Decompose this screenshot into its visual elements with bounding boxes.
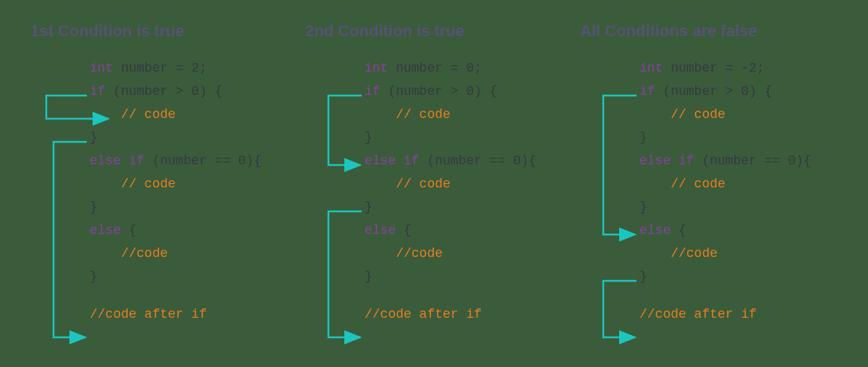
code-line: //code bbox=[639, 242, 838, 265]
code-block: int number = 0; if (number > 0) { // cod… bbox=[365, 56, 563, 326]
elseif-body-comment: // code bbox=[365, 177, 451, 191]
if-body-comment: // code bbox=[365, 107, 451, 122]
keyword-int: int bbox=[365, 61, 388, 75]
code-line: // code bbox=[639, 172, 838, 195]
code-line: if (number > 0) { bbox=[639, 80, 838, 103]
elseif-body-comment: // code bbox=[639, 177, 726, 191]
keyword-else: else bbox=[365, 223, 396, 237]
keyword-int: int bbox=[639, 61, 663, 75]
code-block: int number = 2; if (number > 0) { // cod… bbox=[90, 56, 288, 326]
if-cond: (number > 0) { bbox=[106, 84, 223, 98]
code-line: // code bbox=[90, 103, 288, 126]
decl-rest: number = 0; bbox=[388, 61, 482, 75]
keyword-elseif: else if bbox=[90, 153, 145, 168]
code-line: //code bbox=[365, 242, 563, 265]
panel-heading: 2nd Condition is true bbox=[305, 22, 563, 41]
arrow-close-to-after bbox=[328, 211, 362, 337]
keyword-elseif: else if bbox=[365, 153, 420, 168]
code-line: int number = 2; bbox=[90, 56, 288, 80]
code-line: } bbox=[365, 126, 563, 149]
else-rest: { bbox=[396, 223, 412, 237]
code-line: else if (number == 0){ bbox=[365, 149, 563, 172]
code-line: } bbox=[365, 265, 563, 288]
code-line: // code bbox=[639, 103, 838, 126]
panel-heading: 1st Condition is true bbox=[30, 22, 288, 41]
elseif-body-comment: // code bbox=[90, 177, 176, 191]
if-cond: (number > 0) { bbox=[655, 84, 773, 98]
code-line: } bbox=[90, 265, 288, 288]
panel-2nd-condition: 2nd Condition is true int number = 0; if… bbox=[297, 22, 571, 367]
decl-rest: number = 2; bbox=[113, 61, 207, 75]
code-line: } bbox=[639, 195, 838, 219]
if-body-comment: // code bbox=[639, 107, 726, 122]
else-body-comment: //code bbox=[639, 246, 718, 261]
decl-rest: number = -2; bbox=[663, 61, 764, 75]
elseif-cond: (number == 0){ bbox=[420, 153, 537, 168]
keyword-elseif: else if bbox=[639, 153, 694, 168]
code-line: int number = -2; bbox=[639, 56, 838, 80]
code-line: } bbox=[90, 126, 288, 149]
arrow-if-to-elseif bbox=[328, 96, 362, 165]
code-after: //code after if bbox=[90, 303, 288, 326]
code-line: if (number > 0) { bbox=[90, 80, 288, 103]
code-line bbox=[90, 288, 288, 303]
code-line: } bbox=[90, 195, 288, 219]
keyword-if: if bbox=[639, 84, 655, 98]
code-line: else if (number == 0){ bbox=[639, 149, 838, 172]
code-line bbox=[639, 288, 838, 303]
code-line: // code bbox=[90, 172, 288, 195]
keyword-if: if bbox=[365, 84, 380, 98]
code-line: else if (number == 0){ bbox=[90, 149, 288, 172]
code-line: } bbox=[639, 265, 838, 288]
keyword-else: else bbox=[639, 223, 671, 237]
elseif-cond: (number == 0){ bbox=[694, 153, 812, 168]
keyword-if: if bbox=[90, 84, 106, 98]
diagram-container: 1st Condition is true int number = 2; if… bbox=[0, 0, 868, 367]
else-body-comment: //code bbox=[365, 246, 443, 261]
code-line: if (number > 0) { bbox=[365, 80, 563, 103]
keyword-int: int bbox=[90, 61, 113, 75]
else-rest: { bbox=[121, 223, 137, 237]
code-line: } bbox=[365, 195, 563, 219]
code-after: //code after if bbox=[639, 303, 838, 326]
code-line: // code bbox=[365, 172, 563, 195]
code-line: } bbox=[639, 126, 838, 149]
if-body-comment: // code bbox=[90, 107, 176, 122]
code-line: // code bbox=[365, 103, 563, 126]
arrow-close-to-after bbox=[54, 142, 87, 337]
code-line: //code bbox=[90, 242, 288, 265]
panel-1st-condition: 1st Condition is true int number = 2; if… bbox=[22, 22, 297, 367]
keyword-else: else bbox=[90, 223, 121, 237]
code-line: int number = 0; bbox=[365, 56, 563, 80]
else-body-comment: //code bbox=[90, 246, 168, 261]
elseif-cond: (number == 0){ bbox=[145, 153, 262, 168]
code-line: else { bbox=[639, 219, 838, 242]
panel-heading: All Conditions are false bbox=[580, 22, 838, 41]
if-cond: (number > 0) { bbox=[380, 84, 498, 98]
panel-all-false: All Conditions are false int number = -2… bbox=[571, 22, 846, 367]
arrow-close-to-after bbox=[603, 281, 637, 337]
code-block: int number = -2; if (number > 0) { // co… bbox=[639, 56, 838, 326]
else-rest: { bbox=[671, 223, 686, 237]
code-line: else { bbox=[365, 219, 563, 242]
code-line bbox=[365, 288, 563, 303]
code-after: //code after if bbox=[365, 303, 563, 326]
arrow-if-to-else bbox=[603, 96, 637, 235]
code-line: else { bbox=[90, 219, 288, 242]
